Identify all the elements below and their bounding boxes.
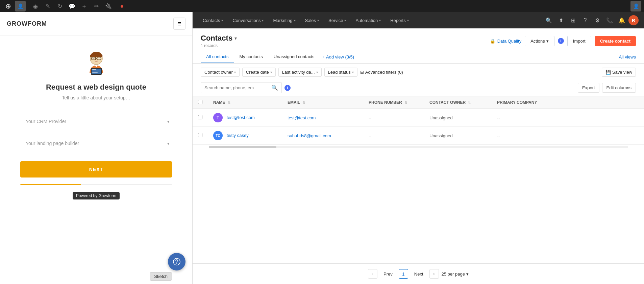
growform-header: GROWFORM ☰: [0, 12, 192, 36]
pencil-icon[interactable]: ✏: [91, 1, 102, 11]
export-button[interactable]: Export: [578, 83, 599, 93]
tab-my-contacts[interactable]: My contacts: [234, 51, 268, 63]
landing-page-select[interactable]: Your landing page builder HubSpot Unboun…: [20, 136, 172, 151]
col-phone-label: PHONE NUMBER: [369, 100, 402, 105]
nav-reports[interactable]: Reports ▾: [386, 12, 414, 28]
nav-automation[interactable]: Automation ▾: [351, 12, 386, 28]
powered-by-badge: Powered by Growform: [73, 192, 120, 199]
next-button[interactable]: NEXT: [20, 161, 172, 178]
last-activity-label: Last activity da...: [282, 70, 315, 75]
plugin-icon[interactable]: 🔌: [103, 1, 114, 11]
data-quality-btn[interactable]: 🔒 Data Quality: [490, 39, 522, 44]
toolbar-separator-1: [28, 3, 28, 9]
svg-rect-12: [92, 72, 98, 73]
col-name-header[interactable]: NAME ⇅: [208, 96, 282, 109]
prev-arrow-btn[interactable]: ‹: [368, 269, 377, 279]
per-page-selector[interactable]: 25 per page ▾: [442, 271, 469, 277]
last-activity-filter[interactable]: Last activity da... ▾: [278, 68, 322, 77]
nav-sales[interactable]: Sales ▾: [300, 12, 324, 28]
edit-posts-icon[interactable]: ✎: [42, 1, 53, 11]
add-new-icon[interactable]: ＋: [79, 1, 90, 11]
growform-logo: GROWFORM: [7, 20, 47, 27]
filter-bar: Contact owner ▾ Create date ▾ Last activ…: [193, 64, 644, 81]
growform-content: Request a web design quote Tell us a lit…: [0, 36, 192, 284]
user-avatar[interactable]: 👤: [630, 1, 641, 11]
col-phone-header[interactable]: PHONE NUMBER ⇅: [363, 96, 424, 109]
phone-icon[interactable]: 📞: [604, 15, 615, 26]
create-date-arrow-icon: ▾: [270, 70, 272, 74]
select-all-checkbox[interactable]: [198, 100, 202, 104]
add-view-btn[interactable]: + Add view (3/5): [320, 51, 357, 63]
row1-email-link[interactable]: test@test.com: [288, 115, 316, 120]
create-date-filter[interactable]: Create date ▾: [242, 68, 276, 77]
table-row: TC testy casey suhuhds8@gmail.com -- Una…: [193, 127, 644, 145]
row2-name-link[interactable]: testy casey: [227, 133, 249, 138]
growform-menu-button[interactable]: ☰: [173, 18, 185, 30]
horizontal-scroll-thumb[interactable]: [209, 146, 276, 148]
wordpress-logo-btn[interactable]: ⊕: [3, 1, 14, 11]
form-progress-bar: [20, 184, 172, 185]
title-dropdown-icon[interactable]: ▾: [234, 36, 237, 41]
grid-icon[interactable]: ⊞: [568, 15, 578, 26]
help-icon[interactable]: ?: [580, 15, 591, 26]
nav-service[interactable]: Service ▾: [324, 12, 351, 28]
search-input[interactable]: [204, 85, 269, 90]
nav-contacts[interactable]: Contacts ▾: [198, 12, 228, 28]
tab-all-contacts[interactable]: All contacts: [201, 51, 234, 63]
page-title-section: Contacts ▾ 1 records: [201, 34, 237, 48]
prev-label[interactable]: Prev: [380, 270, 396, 278]
wp-avatar-btn[interactable]: 👤: [15, 1, 26, 11]
notifications-icon[interactable]: 🔔: [616, 15, 627, 26]
hubspot-panel: Contacts ▾ Conversations ▾ Marketing ▾ S…: [193, 12, 644, 284]
settings-icon[interactable]: ⚙: [592, 15, 603, 26]
help-widget-button[interactable]: [168, 253, 185, 270]
nav-marketing[interactable]: Marketing ▾: [268, 12, 300, 28]
user-avatar-btn[interactable]: R: [628, 15, 639, 25]
row2-checkbox[interactable]: [198, 133, 202, 137]
row1-phone-cell: --: [363, 109, 424, 127]
actions-info-bubble[interactable]: i: [558, 38, 564, 44]
search-bar: 🔍 i Export Edit columns: [193, 81, 644, 96]
hubspot-nav: Contacts ▾ Conversations ▾ Marketing ▾ S…: [193, 12, 644, 28]
row2-phone-cell: --: [363, 127, 424, 145]
owner-sort-icon: ⇅: [468, 101, 471, 104]
next-label[interactable]: Next: [411, 270, 427, 278]
all-views-btn[interactable]: All views: [619, 51, 636, 63]
save-view-btn[interactable]: 💾 Save view: [602, 68, 636, 77]
upgrade-icon[interactable]: ⬆: [555, 15, 566, 26]
contact-owner-label: Contact owner: [204, 70, 233, 75]
svg-point-6: [93, 58, 94, 58]
dashboard-icon[interactable]: ◉: [30, 1, 41, 11]
comments-icon[interactable]: 💬: [67, 1, 77, 11]
contact-owner-filter[interactable]: Contact owner ▾: [201, 68, 240, 77]
record-btn[interactable]: ●: [117, 1, 127, 11]
row2-name-cell: TC testy casey: [208, 127, 282, 145]
row1-avatar: T: [213, 113, 223, 122]
tab-unassigned-contacts[interactable]: Unassigned contacts: [268, 51, 320, 63]
nav-conversations[interactable]: Conversations ▾: [228, 12, 268, 28]
search-nav-icon[interactable]: 🔍: [543, 15, 554, 26]
actions-button[interactable]: Actions ▾: [525, 36, 554, 46]
advanced-filters-btn[interactable]: ⊞ Advanced filters (0): [360, 70, 403, 75]
edit-columns-button[interactable]: Edit columns: [602, 83, 636, 93]
contacts-heading: Contacts: [201, 34, 232, 43]
next-arrow-btn[interactable]: ›: [429, 269, 439, 279]
page-header: Contacts ▾ 1 records 🔒 Data Quality Acti…: [193, 28, 644, 48]
name-sort-icon: ⇅: [228, 101, 230, 104]
create-contact-button[interactable]: Create contact: [595, 36, 636, 46]
crm-provider-select-wrapper: Your CRM Provider HubSpot Salesforce Zoh…: [20, 114, 172, 129]
refresh-icon[interactable]: ↻: [54, 1, 65, 11]
col-email-header[interactable]: EMAIL ⇅: [282, 96, 363, 109]
col-owner-header[interactable]: CONTACT OWNER ⇅: [424, 96, 492, 109]
svg-point-7: [99, 58, 99, 58]
row1-checkbox[interactable]: [198, 115, 202, 119]
crm-provider-select[interactable]: Your CRM Provider HubSpot Salesforce Zoh…: [20, 114, 172, 129]
row1-name-link[interactable]: test@test.com: [227, 115, 255, 120]
row2-email-link[interactable]: suhuhds8@gmail.com: [288, 133, 331, 138]
lead-status-filter[interactable]: Lead status ▾: [324, 68, 357, 77]
import-button[interactable]: Import: [567, 36, 591, 46]
search-info-bubble[interactable]: i: [284, 85, 291, 91]
nav-reports-label: Reports: [390, 18, 406, 23]
nav-marketing-label: Marketing: [273, 18, 292, 23]
col-company-header[interactable]: PRIMARY COMPANY: [492, 96, 644, 109]
